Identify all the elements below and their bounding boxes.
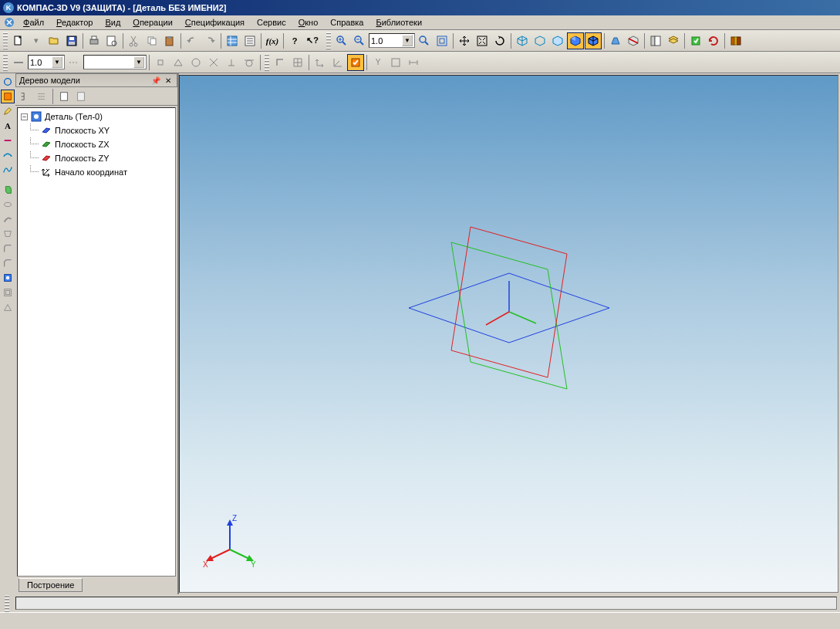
snap-perp-button[interactable] (223, 54, 240, 71)
revolve-tool[interactable] (1, 198, 15, 211)
close-icon[interactable]: ✕ (163, 75, 174, 86)
save-button[interactable] (63, 32, 80, 49)
view-shaded-edges-button[interactable] (585, 32, 602, 49)
redo-button[interactable] (201, 32, 218, 49)
geometry-tool[interactable] (1, 75, 15, 89)
dimension-button[interactable] (405, 54, 422, 71)
constraint-button[interactable] (387, 54, 404, 71)
properties-button[interactable] (241, 32, 258, 49)
shell-tool[interactable] (1, 286, 15, 299)
snap-mid-button[interactable] (170, 54, 187, 71)
menu-window[interactable]: Окно (292, 16, 325, 29)
zoom-in-button[interactable] (333, 32, 350, 49)
curve-tool[interactable] (1, 163, 15, 177)
zoom-window-button[interactable] (416, 32, 433, 49)
local-cs-button[interactable] (312, 54, 329, 71)
extrude-tool[interactable] (1, 183, 15, 197)
rotate-button[interactable] (491, 32, 508, 49)
tree-item-origin[interactable]: Начало координат (19, 165, 174, 179)
edit-tool[interactable] (1, 104, 15, 118)
zoom-fit-button[interactable] (433, 32, 450, 49)
control-menu-icon[interactable] (3, 16, 15, 29)
line-style-button[interactable] (66, 54, 83, 71)
spec-button[interactable] (224, 32, 241, 49)
fillet-tool[interactable] (1, 242, 15, 255)
zoom-out-button[interactable] (351, 32, 368, 49)
view-shaded-button[interactable] (567, 32, 584, 49)
command-input[interactable] (15, 597, 837, 610)
fit-all-button[interactable] (474, 32, 491, 49)
dimension-tool[interactable] (1, 134, 15, 147)
tree-view1-button[interactable] (17, 89, 32, 104)
sketch-tool[interactable] (1, 90, 15, 103)
menu-libraries[interactable]: Библиотеки (369, 16, 428, 29)
line-width-combo[interactable]: 1.0 ▼ (28, 55, 65, 69)
text-tool[interactable]: A (1, 119, 15, 133)
menu-editor[interactable]: Редактор (50, 16, 99, 29)
pan-button[interactable] (456, 32, 473, 49)
tab-build[interactable]: Построение (19, 578, 83, 592)
chamfer-tool[interactable] (1, 256, 15, 270)
snap-tangent-button[interactable] (241, 54, 258, 71)
undo-button[interactable] (184, 32, 201, 49)
menu-file[interactable]: Файл (17, 16, 50, 29)
menu-help[interactable]: Справка (324, 16, 369, 29)
view-hidden-button[interactable] (549, 32, 566, 49)
snap-intersect-button[interactable] (205, 54, 222, 71)
cut-button[interactable] (126, 32, 143, 49)
toolbar-grip-4[interactable] (265, 54, 269, 71)
sweep-tool[interactable] (1, 212, 15, 226)
help-button[interactable]: ? (286, 32, 303, 49)
param-button[interactable]: Y (369, 54, 386, 71)
snap-end-button[interactable] (152, 54, 169, 71)
ortho-button[interactable] (272, 54, 288, 71)
print-preview-button[interactable] (103, 32, 120, 49)
tree-item-plane-zx[interactable]: Плоскость ZX (19, 137, 174, 151)
collapse-icon[interactable]: − (21, 113, 28, 120)
grid-button[interactable] (289, 54, 306, 71)
context-help-button[interactable]: ↖? (304, 32, 321, 49)
menu-spec[interactable]: Спецификация (179, 16, 251, 29)
copy-button[interactable] (143, 32, 160, 49)
tree-item-plane-xy[interactable]: Плоскость XY (19, 123, 174, 137)
tree-filter-button[interactable] (73, 89, 89, 104)
tree-item-plane-zy[interactable]: Плоскость ZY (19, 151, 174, 165)
zoom-combo[interactable]: 1.0 ▼ (369, 33, 415, 48)
status-grip[interactable] (5, 595, 9, 612)
menu-service[interactable]: Сервис (251, 16, 292, 29)
paste-button[interactable] (161, 32, 178, 49)
perspective-button[interactable] (607, 32, 624, 49)
line-type-combo[interactable]: ▼ (83, 55, 147, 69)
tree-props-button[interactable] (56, 89, 72, 104)
library-button[interactable] (727, 32, 744, 49)
pin-icon[interactable]: 📌 (150, 75, 161, 86)
view-iso-button[interactable] (514, 32, 531, 49)
loft-tool[interactable] (1, 227, 15, 241)
view-wireframe-button[interactable] (531, 32, 548, 49)
toolbar-grip-2[interactable] (326, 32, 331, 49)
toolbar-grip-3[interactable] (3, 54, 8, 71)
snap-toggle-button[interactable] (347, 54, 364, 71)
surface-tool[interactable] (1, 148, 15, 162)
section-button[interactable] (625, 32, 642, 49)
new-button[interactable] (10, 32, 27, 49)
layers-button[interactable] (665, 32, 682, 49)
open-button[interactable] (46, 32, 62, 49)
refresh-button[interactable] (705, 32, 722, 49)
tree-root[interactable]: − Деталь (Тел-0) (19, 110, 174, 123)
tree-view2-button[interactable] (34, 89, 49, 104)
variables-button[interactable]: f(x) (264, 32, 281, 49)
menu-view[interactable]: Вид (99, 16, 127, 29)
tree-body[interactable]: − Деталь (Тел-0) Плоскость XY Плоскость … (17, 107, 176, 577)
coord-button[interactable] (329, 54, 346, 71)
hole-tool[interactable] (1, 271, 15, 285)
viewport-3d[interactable]: Z Y X (179, 75, 838, 593)
toolbar-grip[interactable] (3, 32, 8, 49)
rebuild-button[interactable] (687, 32, 704, 49)
snap-center-button[interactable] (187, 54, 204, 71)
menu-operations[interactable]: Операции (127, 16, 178, 29)
new-dropdown-button[interactable]: ▾ (28, 32, 45, 49)
print-button[interactable] (86, 32, 103, 49)
tree-toggle-button[interactable] (647, 32, 664, 49)
auto-line-button[interactable] (10, 54, 27, 71)
